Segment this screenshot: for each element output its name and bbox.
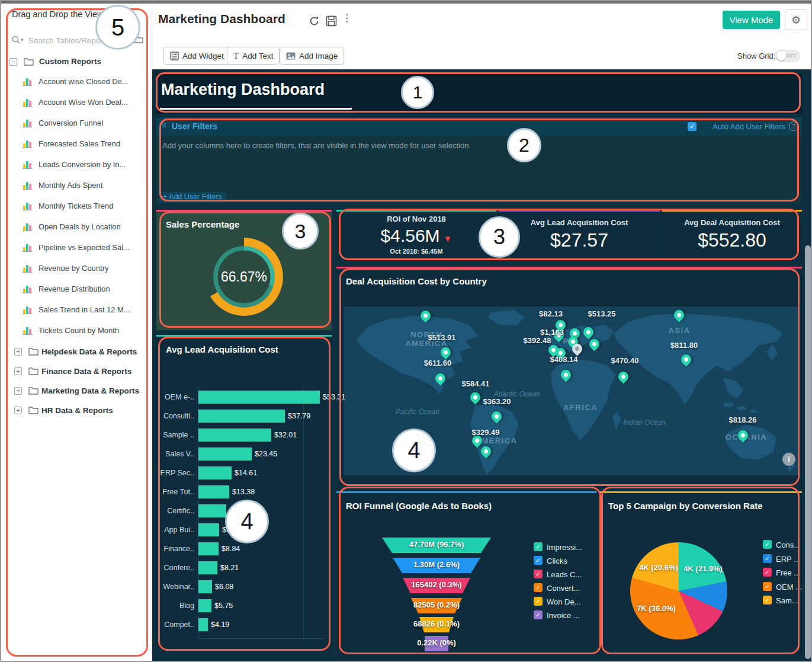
world-map[interactable]: NORTH AMERICAASIAAFRICAAMERICAOCEANIAPL … — [344, 306, 798, 475]
sidebar-folder-item[interactable]: +Finance Data & Reports — [14, 366, 147, 378]
dashboard-canvas: Marketing Dashboard ⠿ User Filters ✓ Aut… — [152, 69, 812, 662]
sidebar-report-item[interactable]: Revenue Distribution — [23, 283, 150, 296]
canvas-vertical-scrollbar[interactable] — [805, 245, 811, 659]
map-info-button[interactable]: i — [782, 453, 795, 466]
pie-slice-label: 4K (20.6%) — [639, 563, 678, 572]
sidebar-report-item[interactable]: Monthly Tickets Trend — [23, 200, 150, 213]
help-icon[interactable]: ? — [789, 121, 798, 131]
sales-percentage-widget[interactable]: Sales Percentage 66.67% — [156, 210, 332, 330]
bar — [198, 618, 208, 631]
expand-icon[interactable]: + — [14, 367, 22, 375]
bar-category-label: Sales V.. — [156, 450, 194, 458]
funnel-step-label: 165402 (0.3%) — [371, 580, 502, 589]
user-filters-title: User Filters — [172, 121, 217, 131]
pie-slice-label: 4K (21.9%) — [683, 564, 723, 573]
kpi-roi-widget[interactable]: ROI of Nov 2018 $4.56M▼ Oct 2018: $6.45M — [336, 210, 496, 260]
sidebar-report-item[interactable]: Account wise Closed De... — [23, 76, 150, 89]
bar-value-label: $4.19 — [211, 621, 229, 629]
add-user-filters-button[interactable]: + Add User Filters — [159, 192, 226, 203]
legend-checkbox[interactable]: ✓ — [534, 570, 543, 578]
kpi-avg-deal-widget[interactable]: Avg Deal Acquisition Cost $552.80 — [662, 210, 802, 260]
map-widget[interactable]: Deal Acquisition Cost by Country — [336, 267, 802, 488]
search-input[interactable]: ▾ Search Tables/Report — [12, 33, 143, 49]
user-filters-panel[interactable]: ⠿ User Filters ✓ Auto Add User Filters ?… — [156, 117, 802, 203]
sidebar-report-item[interactable]: Sales Trend in Last 12 M... — [23, 304, 150, 317]
legend-checkbox[interactable]: ✓ — [534, 610, 543, 619]
collapse-icon[interactable]: − — [9, 58, 17, 66]
browse-folder-icon[interactable] — [134, 35, 143, 43]
legend-checkbox[interactable]: ✓ — [763, 568, 772, 577]
report-label: Revenue Distribution — [38, 284, 110, 293]
kpi-subtitle: Oct 2018: $6.45M — [390, 248, 442, 255]
bar-value-label: $8. — [222, 526, 232, 534]
search-icon — [12, 36, 20, 44]
map-value-label: $513.25 — [588, 309, 616, 318]
sidebar-report-item[interactable]: Forecasted Sales Trend — [23, 138, 150, 151]
sidebar-folder-item[interactable]: +HR Data & Reports — [14, 405, 147, 417]
bar-chart-icon — [23, 305, 32, 314]
map-value-label: $611.60 — [424, 359, 451, 367]
expand-icon[interactable]: + — [14, 407, 22, 414]
settings-gear-button[interactable]: ⚙ — [785, 9, 807, 30]
search-scope-caret-icon[interactable]: ▾ — [21, 37, 24, 43]
legend-checkbox[interactable]: ✓ — [534, 556, 543, 565]
avg-lead-cost-bar-widget[interactable]: Avg Lead Acquisition Cost OEM e-..$53.31… — [156, 335, 332, 653]
legend-checkbox[interactable]: ✓ — [763, 540, 772, 549]
folder-icon — [28, 366, 38, 375]
sidebar-report-item[interactable]: Open Deals by Location — [23, 221, 150, 234]
add-text-label: Add Text — [242, 52, 273, 60]
drag-grip-icon[interactable]: ⠿ — [162, 122, 166, 130]
add-widget-button[interactable]: Add Widget — [163, 47, 230, 65]
tree-node-label[interactable]: Custom Reports — [39, 57, 101, 66]
sidebar-report-item[interactable]: Tickets Count by Month — [23, 325, 150, 338]
legend-checkbox[interactable]: ✓ — [763, 582, 772, 591]
more-options-kebab-icon[interactable]: ⋮ — [342, 12, 352, 24]
bar-chart-icon — [23, 202, 32, 210]
add-text-button[interactable]: T Add Text — [227, 47, 280, 65]
sidebar-report-item[interactable]: Pipeline vs Expected Sal... — [23, 242, 150, 255]
sidebar-report-item[interactable]: Leads Conversion by In... — [23, 159, 150, 172]
bar-value-label: $37.79 — [288, 412, 310, 420]
sidebar-report-item[interactable]: Revenue by Country — [23, 263, 150, 276]
bar-category-label: ERP Sec.. — [156, 469, 194, 477]
report-label: Forecasted Sales Trend — [38, 139, 120, 148]
kpi-value: $4.56M▼ — [381, 226, 452, 246]
report-label: Monthly Ads Spent — [38, 181, 102, 190]
sidebar-folder-item[interactable]: +Helpdesk Data & Reports — [14, 347, 147, 359]
add-image-button[interactable]: Add Image — [280, 47, 344, 65]
legend-checkbox[interactable]: ✓ — [763, 596, 772, 605]
pie-slice-label: 7K (36.0%) — [637, 604, 676, 613]
legend-label: Invoice ... — [547, 611, 580, 620]
legend-checkbox[interactable]: ✓ — [534, 583, 543, 592]
tree-node-custom-reports[interactable]: − Custom Reports — [9, 57, 146, 69]
legend-checkbox[interactable]: ✓ — [534, 542, 543, 551]
kpi-avg-lead-widget[interactable]: Avg Lead Acquisition Cost $27.57 — [499, 210, 660, 260]
refresh-icon[interactable] — [309, 15, 320, 27]
auto-add-checkbox[interactable]: ✓ — [688, 122, 697, 131]
expand-icon[interactable]: + — [14, 348, 22, 356]
show-grid-toggle[interactable]: OFF — [775, 50, 800, 62]
sidebar-folder-item[interactable]: +Marketing Data & Reports — [14, 386, 147, 398]
legend-label: Cons... — [776, 541, 800, 549]
sidebar-report-item[interactable]: Conversion Funnel — [23, 117, 150, 130]
sidebar-report-item[interactable]: Monthly Ads Spent — [23, 180, 150, 193]
banner-widget[interactable]: Marketing Dashboard — [156, 73, 802, 114]
sidebar-report-item[interactable]: Account Wise Won Deal... — [23, 97, 150, 110]
toggle-state: OFF — [787, 53, 797, 59]
widget-icon — [170, 52, 179, 60]
bar-value-label: $32.01 — [274, 431, 297, 439]
expand-icon[interactable]: + — [14, 387, 22, 395]
map-region-label: AFRICA — [563, 403, 598, 412]
dashboard-banner-title: Marketing Dashboard — [161, 81, 325, 99]
roi-funnel-widget[interactable]: ROI Funnel (Google Ads to Books) 47.70M … — [336, 491, 596, 658]
toggle-knob — [776, 51, 786, 60]
legend-checkbox[interactable]: ✓ — [534, 597, 543, 606]
report-label: Open Deals by Location — [38, 222, 121, 231]
top5-campaign-pie-widget[interactable]: Top 5 Campaign by Conversion Rate 4K (21… — [599, 491, 802, 658]
save-icon[interactable] — [326, 15, 337, 27]
bar-category-label: Compet.. — [156, 621, 194, 629]
gauge-value: 66.67% — [205, 238, 283, 316]
bar-category-label: OEM e-.. — [156, 393, 194, 401]
view-mode-button[interactable]: View Mode — [723, 11, 780, 29]
legend-checkbox[interactable]: ✓ — [763, 554, 772, 563]
